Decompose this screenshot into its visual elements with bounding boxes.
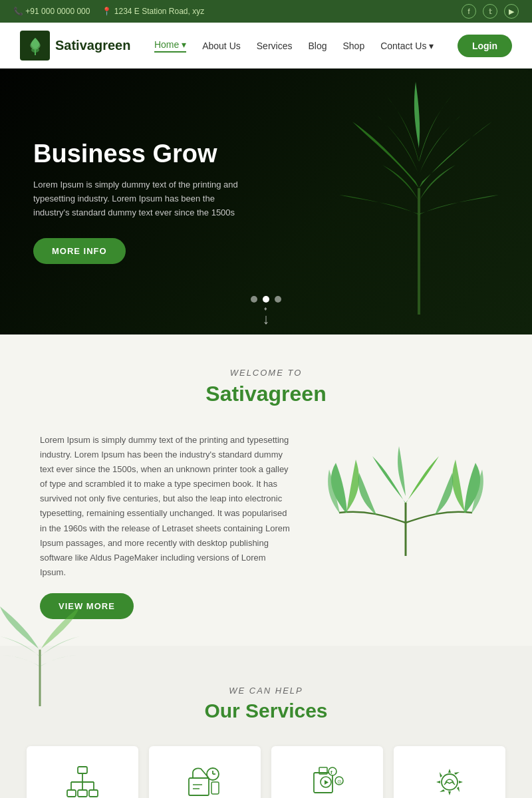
svg-point-26 <box>442 774 458 790</box>
nav-contact[interactable]: Contact Us ▾ <box>380 41 434 51</box>
hero-title: Business Grow <box>33 139 246 170</box>
login-button[interactable]: Login <box>458 35 512 57</box>
distribution-icon: f ⊙ <box>310 765 344 798</box>
svg-point-22 <box>329 767 336 775</box>
svg-rect-3 <box>67 790 76 797</box>
nav-blog[interactable]: Blog <box>308 41 327 51</box>
slider-dots <box>251 296 281 303</box>
navbar: Sativagreen Home ▾ About Us Services Blo… <box>0 23 532 68</box>
services-title: Our Services <box>27 700 505 722</box>
scroll-arrow[interactable]: ⬧ ↓ <box>263 304 270 327</box>
svg-rect-17 <box>211 782 219 794</box>
logo-text: Sativagreen <box>55 38 130 53</box>
location-icon: 📍 <box>102 7 112 16</box>
welcome-plant-image <box>319 433 492 566</box>
services-subtitle: WE CAN HELP <box>27 686 505 696</box>
welcome-brand: Sativagreen <box>40 382 492 406</box>
address-info: 📍 1234 E Station Road, xyz <box>102 7 204 16</box>
svg-rect-18 <box>314 773 332 793</box>
hero-plant-image <box>299 68 532 334</box>
phone-info: 📞 +91 000 0000 000 <box>13 7 90 16</box>
welcome-text: Lorem Ipsum is simply dummy text of the … <box>40 433 293 580</box>
service-card-services: Services Lorem ipsum is simply dummy tex… <box>394 746 505 798</box>
welcome-body: Lorem Ipsum is simply dummy text of the … <box>40 426 492 619</box>
welcome-text-col: Lorem Ipsum is simply dummy text of the … <box>40 433 293 619</box>
svg-rect-5 <box>89 790 98 797</box>
youtube-icon[interactable]: ▶ <box>504 4 519 19</box>
twitter-icon[interactable]: 𝕥 <box>483 4 497 19</box>
svg-rect-11 <box>189 778 209 795</box>
welcome-section: WELCOME TO Sativagreen Lorem Ipsum is si… <box>0 334 532 646</box>
facebook-icon[interactable]: f <box>462 4 476 19</box>
nav-shop[interactable]: Shop <box>342 41 364 51</box>
hero-section: Business Grow Lorem Ipsum is simply dumm… <box>0 68 532 334</box>
organisational-icon <box>65 765 100 798</box>
services-grid: Organisational Lorem ipsum is simply dum… <box>27 746 505 798</box>
nav-links: Home ▾ About Us Services Blog Shop Conta… <box>154 39 434 53</box>
dot-1[interactable] <box>251 296 257 303</box>
top-bar: 📞 +91 000 0000 000 📍 1234 E Station Road… <box>0 0 532 23</box>
branding-icon <box>188 765 222 798</box>
service-card-distribution: f ⊙ Distribution Lorem ipsum is simply d… <box>271 746 383 798</box>
logo-icon <box>20 31 50 61</box>
top-bar-contact: 📞 +91 000 0000 000 📍 1234 E Station Road… <box>13 7 204 16</box>
social-links: f 𝕥 ▶ <box>462 4 519 19</box>
svg-rect-2 <box>78 767 87 773</box>
svg-marker-21 <box>325 780 329 785</box>
service-card-branding: Branding & Marketing Lorem ipsum is simp… <box>149 746 261 798</box>
nav-services[interactable]: Services <box>257 41 293 51</box>
logo[interactable]: Sativagreen <box>20 31 130 61</box>
more-info-button[interactable]: MORE INFO <box>33 238 126 264</box>
dot-2[interactable] <box>263 296 269 303</box>
dot-3[interactable] <box>275 296 281 303</box>
hero-content: Business Grow Lorem Ipsum is simply dumm… <box>0 99 279 305</box>
svg-text:⊙: ⊙ <box>337 779 342 785</box>
phone-icon: 📞 <box>13 7 23 16</box>
welcome-subtitle: WELCOME TO <box>40 368 492 378</box>
hero-text: Lorem Ipsum is simply dummy text of the … <box>33 178 246 219</box>
nav-about[interactable]: About Us <box>202 41 241 51</box>
decorative-leaf <box>0 603 86 712</box>
svg-text:f: f <box>331 769 332 775</box>
nav-home[interactable]: Home ▾ <box>154 39 186 53</box>
svg-rect-4 <box>78 790 87 797</box>
services-icon <box>432 765 467 798</box>
service-card-organisational: Organisational Lorem ipsum is simply dum… <box>27 746 138 798</box>
